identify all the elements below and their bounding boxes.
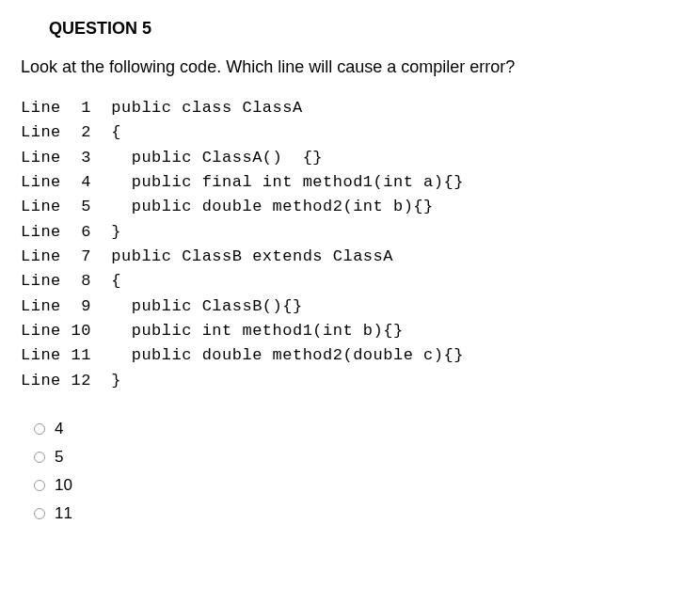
code-block: Line 1 public class ClassA Line 2 { Line… [21,96,679,393]
radio-icon [34,508,45,519]
radio-icon [34,423,45,435]
option-label: 11 [55,504,72,523]
option-label: 5 [55,448,63,467]
question-title: QUESTION 5 [49,19,679,39]
option-10[interactable]: 10 [34,476,679,495]
option-4[interactable]: 4 [34,420,679,438]
radio-icon [34,452,45,463]
question-prompt: Look at the following code. Which line w… [21,57,679,77]
radio-icon [34,480,45,491]
option-label: 4 [55,420,63,438]
option-11[interactable]: 11 [34,504,679,523]
options-group: 4 5 10 11 [34,420,679,523]
option-label: 10 [55,476,72,495]
option-5[interactable]: 5 [34,448,679,467]
